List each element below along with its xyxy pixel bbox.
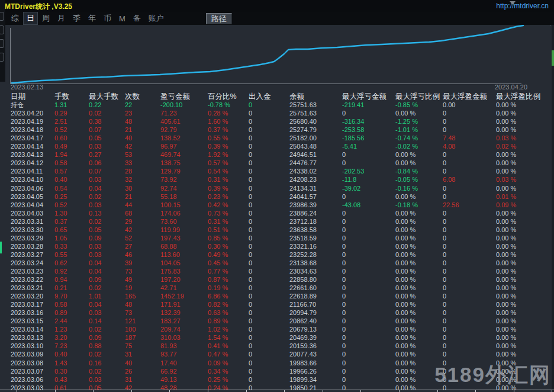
table-cell: 138.75 (160, 159, 208, 167)
table-cell: 0 (249, 126, 289, 134)
table-cell: 0 (249, 375, 289, 384)
column-header: 百分比% (208, 92, 249, 101)
table-row[interactable]: 2023.04.040.520.0344100.150.42 %023986.3… (11, 201, 554, 209)
table-cell: 0.05 (89, 134, 125, 142)
table-cell: 0 (249, 317, 289, 325)
table-row[interactable]: 2023.03.240.620.0439104.050.45 %023138.6… (11, 259, 554, 267)
table-row[interactable]: 2023.03.209.701.011651452.196.86 %022618… (11, 292, 554, 300)
table-row[interactable]: 2023.03.291.050.0952197.430.85 %023518.5… (11, 234, 554, 242)
table-cell: 24134.31 (289, 184, 342, 192)
table-row[interactable]: 2023.03.152.440.14121183.270.89 %020862.… (11, 317, 554, 325)
dock-handle-icon[interactable] (0, 25, 4, 34)
menu-item-ji[interactable]: 季 (69, 12, 84, 25)
table-row[interactable]: 2023.03.160.890.0373132.390.63 %020994.7… (11, 309, 554, 317)
dock-handle-icon[interactable] (0, 12, 4, 21)
table-cell: 0.00 % (496, 309, 547, 317)
table-row[interactable]: 2023.04.050.250.022155.180.23 %024041.57… (11, 192, 554, 201)
table-row[interactable]: 2023.04.060.540.043092.740.39 %024134.31… (11, 184, 554, 192)
table-row[interactable]: 2023.04.192.510.3848405.611.60 %025680.4… (11, 117, 554, 126)
table-cell: 0.49 (54, 142, 89, 150)
table-cell: 0.00 % (395, 250, 443, 259)
table-row[interactable]: 2023.03.210.210.021942.710.19 %022661.60… (11, 284, 554, 292)
table-row[interactable]: 2023.04.170.600.0540138.520.55 %025182.0… (11, 134, 554, 142)
table-cell: 0.23 % (208, 192, 249, 201)
table-cell: 0 (443, 167, 496, 175)
table-cell: 0 (249, 284, 289, 292)
table-row[interactable]: 2023.03.133.200.09187310.031.54 %020469.… (11, 333, 554, 342)
table-cell: 0 (443, 250, 496, 259)
table-row[interactable]: 2023.03.107.230.887581.930.41 %020159.36… (11, 342, 554, 350)
table-cell: 2023.03.23 (11, 267, 54, 275)
table-cell: 2023.03.17 (11, 300, 54, 309)
menu-item-bi[interactable]: 币 (100, 12, 115, 25)
table-cell: 0.41 % (208, 342, 249, 350)
dock-handle-icon[interactable] (0, 53, 4, 62)
table-cell: 0.39 % (208, 142, 249, 150)
table-cell: 0.52 (54, 126, 89, 134)
scrollbar-thumb[interactable] (552, 50, 554, 66)
table-cell: 0 (342, 150, 395, 159)
table-row[interactable]: 2023.03.090.400.023193.770.47 %020077.43… (11, 350, 554, 358)
table-row[interactable]: 2023.04.031.300.1368174.060.73 %023886.2… (11, 209, 554, 217)
table-row[interactable]: 2023.04.180.520.072192.790.37 %025274.79… (11, 126, 554, 134)
table-cell: 68.88 (160, 242, 208, 250)
table-cell: 0 (443, 350, 496, 358)
table-row[interactable]: 2023.03.220.940.0949197.200.87 %022858.8… (11, 275, 554, 284)
equity-chart: 2023.02.13 2023.04.20 (0, 25, 554, 92)
table-row[interactable]: 2023.03.280.330.032768.880.30 %023321.16… (11, 242, 554, 250)
table-cell: 2023.03.13 (11, 333, 54, 342)
menu-item-m[interactable]: M (115, 13, 129, 24)
table-cell: 39 (125, 259, 160, 267)
menu-item-zhanghu[interactable]: 账户 (145, 12, 168, 25)
table-cell: 0 (443, 309, 496, 317)
table-cell: 2.44 (54, 317, 89, 325)
table-cell: -253.58 (342, 126, 395, 134)
table-cell: 0.09 % (496, 201, 547, 209)
table-cell: 23986.39 (289, 201, 342, 209)
table-row[interactable]: 2023.03.270.550.0346113.600.49 %023252.2… (11, 250, 554, 259)
table-row[interactable]: 2023.04.200.290.022371.230.28 %025751.63… (11, 109, 554, 117)
table-row[interactable]: 2023.04.100.400.033273.920.31 %024208.23… (11, 175, 554, 184)
table-cell: 1.23 (54, 325, 89, 333)
table-cell: 1.60 % (208, 117, 249, 126)
table-cell: 0.03 (89, 142, 125, 150)
table-cell: 1.92 % (208, 150, 249, 159)
table-row[interactable]: 2023.04.110.570.0728129.790.54 %024338.0… (11, 167, 554, 175)
table-row[interactable]: 2023.04.140.490.034296.970.39 %025043.48… (11, 142, 554, 150)
table-cell: 31 (125, 350, 160, 358)
scrollbar-track[interactable] (552, 25, 554, 392)
menu-item-ri[interactable]: 日 (23, 12, 38, 25)
table-cell: 22618.89 (289, 292, 342, 300)
table-cell: 100.15 (160, 201, 208, 209)
table-cell: 2023.03.31 (11, 217, 54, 226)
table-cell: -1.25 % (395, 117, 443, 126)
table-cell: 2023.03.24 (11, 259, 54, 267)
table-cell: 24338.02 (289, 167, 342, 175)
table-cell: 0.00 % (395, 284, 443, 292)
menu-item-yue[interactable]: 月 (54, 12, 69, 25)
table-row[interactable]: 2023.03.310.370.022973.600.31 %023712.18… (11, 217, 554, 226)
dock-handle-icon[interactable] (0, 39, 4, 48)
app-url-link[interactable]: http://mtdriver.cn (496, 2, 549, 10)
table-row[interactable]: 2023.03.230.920.0473175.830.77 %023034.6… (11, 267, 554, 275)
table-row[interactable]: 2023.03.170.580.0448171.910.82 %021166.7… (11, 300, 554, 309)
menu-item-zong[interactable]: 综 (8, 12, 22, 25)
table-cell: 2023.04.14 (11, 142, 54, 150)
table-row[interactable]: 2023.04.131.940.2753469.741.92 %024946.5… (11, 150, 554, 159)
table-cell: 2023.03.22 (11, 275, 54, 284)
table-cell: -0.05 % (395, 175, 443, 184)
table-cell: 0 (249, 184, 289, 192)
table-cell: 0.00 % (395, 309, 443, 317)
menu-item-zhou[interactable]: 周 (38, 12, 53, 25)
table-cell: -5.41 (342, 142, 395, 150)
menu-item-bei[interactable]: 备 (130, 12, 144, 25)
path-button[interactable]: 路径 (206, 13, 232, 24)
table-row[interactable]: 2023.03.300.650.0542119.990.51 %023638.5… (11, 226, 554, 234)
table-cell: 0.00 % (496, 275, 547, 284)
table-row[interactable]: 持仓1.310.2222-200.10-0.78 %025751.63-219.… (11, 101, 554, 109)
table-cell: 75 (125, 342, 160, 350)
menu-item-nian[interactable]: 年 (85, 12, 99, 25)
table-cell: 0.00 % (395, 292, 443, 300)
table-row[interactable]: 2023.04.120.580.0633138.750.57 %024476.7… (11, 159, 554, 167)
table-row[interactable]: 2023.03.141.230.02100209.741.02 %020679.… (11, 325, 554, 333)
